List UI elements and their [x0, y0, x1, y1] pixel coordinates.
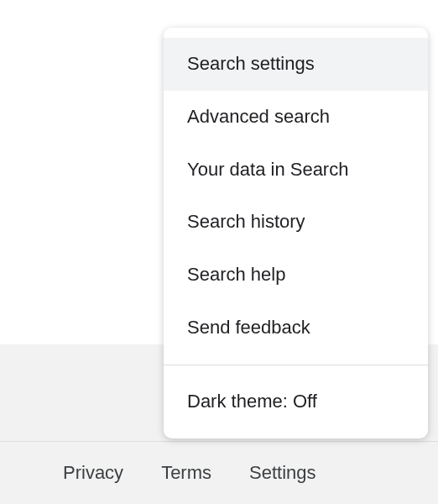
menu-item-search-help[interactable]: Search help	[164, 249, 428, 302]
menu-item-advanced-search[interactable]: Advanced search	[164, 91, 428, 144]
menu-section-theme: Dark theme: Off	[164, 365, 428, 438]
menu-item-search-settings[interactable]: Search settings	[164, 38, 428, 91]
menu-item-send-feedback[interactable]: Send feedback	[164, 302, 428, 354]
terms-link[interactable]: Terms	[161, 462, 211, 484]
footer-bar: Privacy Terms Settings	[0, 441, 438, 504]
settings-menu: Search settings Advanced search Your dat…	[164, 28, 428, 438]
menu-item-search-history[interactable]: Search history	[164, 196, 428, 249]
menu-item-dark-theme[interactable]: Dark theme: Off	[164, 375, 428, 428]
menu-section-main: Search settings Advanced search Your dat…	[164, 28, 428, 365]
privacy-link[interactable]: Privacy	[63, 462, 123, 484]
menu-item-your-data[interactable]: Your data in Search	[164, 144, 428, 197]
settings-link[interactable]: Settings	[249, 462, 316, 484]
